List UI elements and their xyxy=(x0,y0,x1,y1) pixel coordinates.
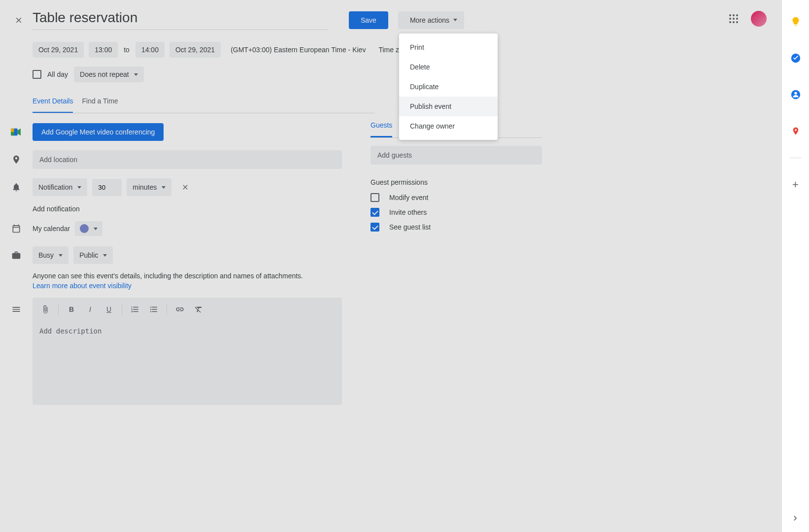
menu-item-duplicate[interactable]: Duplicate xyxy=(399,77,498,97)
chevron-down-icon xyxy=(77,186,81,189)
italic-icon[interactable]: I xyxy=(82,301,98,317)
visibility-select[interactable]: Public xyxy=(73,246,113,264)
bell-icon xyxy=(0,182,33,192)
busy-label: Busy xyxy=(38,251,54,259)
location-icon xyxy=(0,155,33,165)
avatar[interactable] xyxy=(751,11,767,27)
notification-type-select[interactable]: Notification xyxy=(33,178,87,196)
apps-grid-icon[interactable] xyxy=(729,14,738,23)
tab-event-details[interactable]: Event Details xyxy=(33,97,73,113)
color-dot xyxy=(80,224,89,233)
busy-select[interactable]: Busy xyxy=(33,246,68,264)
notification-unit-label: minutes xyxy=(133,183,157,191)
contacts-icon[interactable] xyxy=(786,85,806,104)
notification-unit-select[interactable]: minutes xyxy=(127,178,171,196)
menu-item-delete[interactable]: Delete xyxy=(399,57,498,77)
tab-find-a-time[interactable]: Find a Time xyxy=(82,97,118,113)
notification-value-input[interactable] xyxy=(92,179,122,196)
event-title-input[interactable] xyxy=(33,10,328,30)
end-time-chip[interactable]: 14:00 xyxy=(135,42,165,58)
chevron-down-icon xyxy=(453,19,457,21)
invite-others-label: Invite others xyxy=(389,208,427,216)
description-icon xyxy=(0,298,33,314)
svg-rect-2 xyxy=(11,132,14,135)
maps-icon[interactable] xyxy=(786,121,806,141)
description-textarea[interactable] xyxy=(33,321,342,405)
bold-icon[interactable]: B xyxy=(64,301,79,317)
start-date-chip[interactable]: Oct 29, 2021 xyxy=(33,42,84,58)
calendar-label: My calendar xyxy=(33,225,70,233)
bulleted-list-icon[interactable] xyxy=(146,301,162,317)
link-icon[interactable] xyxy=(172,301,188,317)
visibility-info-text: Anyone can see this event's details, inc… xyxy=(0,266,335,281)
numbered-list-icon[interactable] xyxy=(127,301,143,317)
tabs-underline xyxy=(33,113,374,113)
save-button[interactable]: Save xyxy=(349,11,388,29)
meet-icon xyxy=(0,128,33,136)
add-notification-button[interactable]: Add notification xyxy=(0,198,355,218)
to-label: to xyxy=(123,46,131,54)
svg-point-6 xyxy=(794,92,797,95)
timezone-text: (GMT+03:00) Eastern European Time - Kiev xyxy=(231,46,366,54)
learn-more-link[interactable]: Learn more about event visibility xyxy=(33,282,132,290)
toolbar-separator xyxy=(58,303,59,315)
side-panel-divider xyxy=(790,158,802,158)
all-day-label: All day xyxy=(47,70,68,78)
menu-item-change-owner[interactable]: Change owner xyxy=(399,116,498,136)
all-day-checkbox[interactable] xyxy=(33,70,41,79)
svg-marker-3 xyxy=(18,129,21,135)
start-time-chip[interactable]: 13:00 xyxy=(89,42,118,58)
briefcase-icon xyxy=(0,250,33,260)
add-meet-button[interactable]: Add Google Meet video conferencing xyxy=(33,123,164,141)
chevron-down-icon xyxy=(103,254,107,257)
toolbar-separator xyxy=(122,303,122,315)
add-guests-input[interactable] xyxy=(371,146,542,165)
chevron-down-icon xyxy=(162,186,166,189)
calendar-color-select[interactable] xyxy=(75,221,102,236)
svg-rect-1 xyxy=(11,129,14,132)
modify-event-label: Modify event xyxy=(389,194,428,201)
menu-item-print[interactable]: Print xyxy=(399,37,498,57)
end-date-chip[interactable]: Oct 29, 2021 xyxy=(169,42,221,58)
chevron-down-icon xyxy=(59,254,63,257)
guest-permissions-title: Guest permissions xyxy=(371,178,542,186)
calendar-icon xyxy=(0,224,33,233)
repeat-select[interactable]: Does not repeat xyxy=(74,66,144,82)
attach-icon[interactable] xyxy=(37,301,53,317)
svg-point-7 xyxy=(795,129,797,131)
modify-event-checkbox[interactable] xyxy=(371,193,379,202)
keep-icon[interactable] xyxy=(786,12,806,32)
chevron-down-icon xyxy=(94,228,98,230)
repeat-label: Does not repeat xyxy=(80,70,129,78)
visibility-label: Public xyxy=(79,251,98,259)
location-input[interactable] xyxy=(33,150,342,169)
more-actions-menu: Print Delete Duplicate Publish event Cha… xyxy=(399,33,498,140)
chevron-down-icon xyxy=(134,73,138,76)
toolbar-separator xyxy=(167,303,167,315)
more-actions-button[interactable]: More actions xyxy=(398,11,464,29)
invite-others-checkbox[interactable] xyxy=(371,208,379,217)
notification-type-label: Notification xyxy=(38,183,72,191)
tab-guests[interactable]: Guests xyxy=(371,121,392,137)
see-guest-list-checkbox[interactable] xyxy=(371,223,379,232)
close-icon[interactable] xyxy=(13,14,25,26)
clear-formatting-icon[interactable] xyxy=(191,301,206,317)
add-addon-icon[interactable]: + xyxy=(786,175,806,195)
menu-item-publish-event[interactable]: Publish event xyxy=(399,97,498,116)
remove-notification-icon[interactable] xyxy=(176,178,194,196)
underline-icon[interactable]: U xyxy=(101,301,117,317)
expand-panel-icon[interactable] xyxy=(790,513,800,523)
more-actions-label: More actions xyxy=(410,16,449,24)
tasks-icon[interactable] xyxy=(786,48,806,68)
see-guest-list-label: See guest list xyxy=(389,223,431,231)
